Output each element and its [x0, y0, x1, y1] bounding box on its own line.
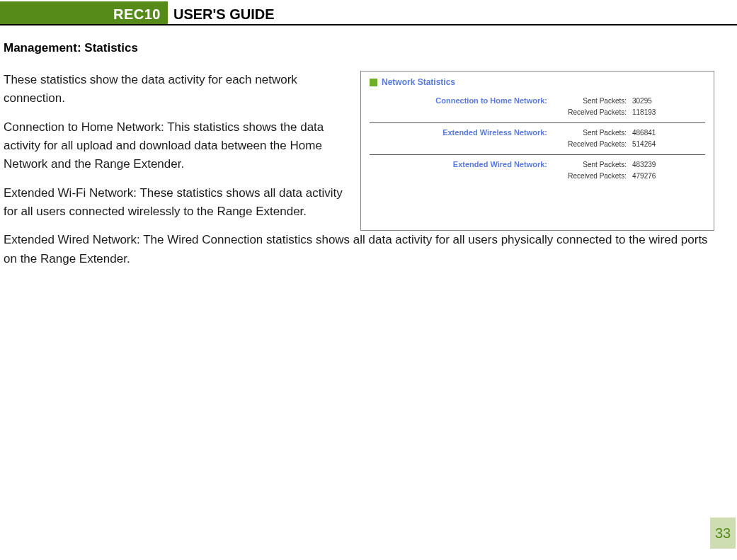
header-product: REC10	[0, 1, 168, 24]
stat-val-received: 514264	[632, 139, 656, 150]
stat-label: Extended Wireless Network:	[370, 127, 550, 150]
stat-key-sent: Sent Packets:	[550, 127, 627, 139]
stat-label: Extended Wired Network:	[370, 159, 550, 182]
stat-row-sent: Sent Packets: 30295	[550, 96, 705, 107]
panel-title: Network Statistics	[382, 77, 455, 87]
stat-row-received: Received Packets: 118193	[550, 107, 705, 118]
stat-rows: Sent Packets: 483239 Received Packets: 4…	[550, 159, 705, 182]
stat-val-received: 118193	[632, 107, 656, 118]
stat-key-received: Received Packets:	[550, 107, 627, 118]
paragraph-1: These statistics show the data activity …	[4, 71, 348, 108]
stat-block-home: Connection to Home Network: Sent Packets…	[370, 94, 705, 122]
stat-label: Connection to Home Network:	[370, 96, 550, 118]
stat-rows: Sent Packets: 30295 Received Packets: 11…	[550, 96, 705, 118]
stat-key-sent: Sent Packets:	[550, 96, 627, 107]
stat-row-sent: Sent Packets: 483239	[550, 159, 705, 171]
body-row: These statistics show the data activity …	[4, 71, 714, 231]
stat-val-sent: 486841	[632, 127, 656, 139]
stat-rows: Sent Packets: 486841 Received Packets: 5…	[550, 127, 705, 150]
text-column: These statistics show the data activity …	[4, 71, 348, 231]
stat-row-received: Received Packets: 479276	[550, 171, 705, 182]
stat-val-received: 479276	[632, 171, 656, 182]
paragraph-4: Extended Wired Network: The Wired Connec…	[4, 231, 714, 268]
stat-val-sent: 30295	[632, 96, 652, 107]
page-content: Management: Statistics These statistics …	[0, 25, 737, 268]
page-header: REC10 USER'S GUIDE	[0, 1, 737, 25]
stat-row-sent: Sent Packets: 486841	[550, 127, 705, 139]
stat-block-wireless: Extended Wireless Network: Sent Packets:…	[370, 122, 705, 154]
section-title: Management: Statistics	[4, 41, 714, 55]
header-title: USER'S GUIDE	[168, 1, 737, 24]
paragraph-3: Extended Wi-Fi Network: These statistics…	[4, 184, 348, 222]
paragraph-2: Connection to Home Network: This statist…	[4, 118, 348, 174]
stat-key-sent: Sent Packets:	[550, 159, 627, 171]
stat-key-received: Received Packets:	[550, 171, 627, 182]
panel-square-icon	[370, 79, 377, 86]
stat-key-received: Received Packets:	[550, 139, 627, 150]
stat-row-received: Received Packets: 514264	[550, 139, 705, 150]
page-number: 33	[710, 518, 736, 549]
stat-block-wired: Extended Wired Network: Sent Packets: 48…	[370, 154, 705, 186]
panel-title-row: Network Statistics	[370, 77, 705, 87]
network-statistics-panel: Network Statistics Connection to Home Ne…	[360, 71, 714, 231]
stat-val-sent: 483239	[632, 159, 656, 171]
